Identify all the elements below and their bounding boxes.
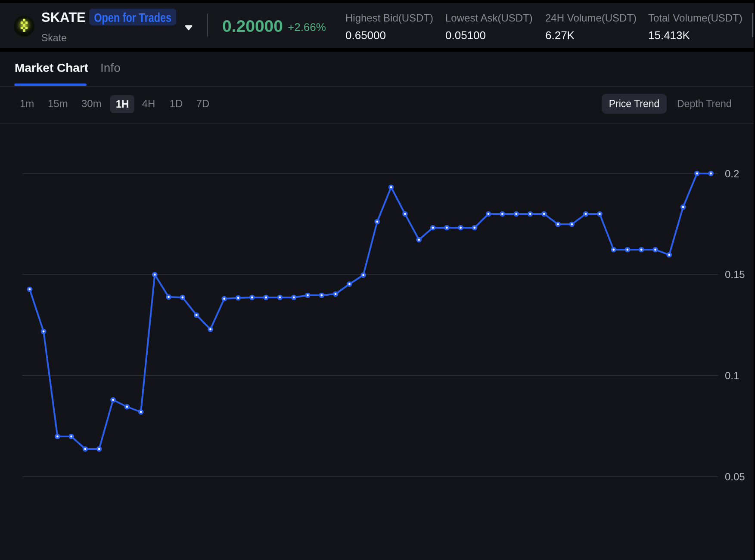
svg-text:0.2: 0.2 bbox=[725, 168, 739, 179]
svg-text:0.05: 0.05 bbox=[725, 471, 745, 483]
svg-text:0.1: 0.1 bbox=[725, 370, 739, 381]
svg-text:0.15: 0.15 bbox=[725, 269, 745, 280]
